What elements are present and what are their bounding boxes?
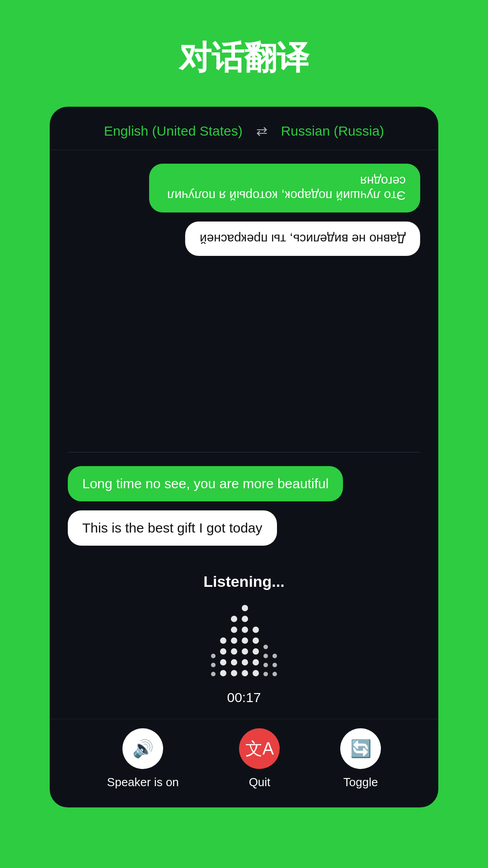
quit-label: Quit (249, 775, 271, 789)
lang-right[interactable]: Russian (Russia) (281, 123, 384, 139)
timer: 00:17 (227, 690, 261, 705)
bubble-green: Long time no see, you are more beautiful (68, 466, 343, 501)
main-card: English (United States) ⇄ Russian (Russi… (50, 107, 438, 807)
translate-icon: 文A (245, 737, 274, 760)
bubble-white: This is the best gift I got today (68, 510, 277, 546)
speaker-control: 🔊 Speaker is on (107, 728, 179, 789)
listening-label: Listening... (203, 573, 284, 590)
app-title: 对话翻译 (179, 36, 309, 80)
speaker-label: Speaker is on (107, 775, 179, 789)
listening-section: Listening... (50, 559, 438, 719)
chat-area-top: Это лучший подарок, который я получил се… (50, 150, 438, 452)
quit-button[interactable]: 文A (239, 728, 280, 769)
toggle-icon: 🔄 (350, 739, 371, 759)
toggle-control: 🔄 Toggle (340, 728, 381, 789)
toggle-button[interactable]: 🔄 (340, 728, 381, 769)
lang-left[interactable]: English (United States) (104, 123, 243, 139)
toggle-label: Toggle (343, 775, 378, 789)
waveform (211, 604, 277, 676)
speaker-button[interactable]: 🔊 (122, 728, 163, 769)
flipped-bubble-white: Давно не виделись, ты прекрасней (185, 222, 420, 256)
bottom-controls: 🔊 Speaker is on 文A Quit 🔄 Toggle (50, 719, 438, 807)
speaker-icon: 🔊 (132, 739, 154, 759)
swap-icon[interactable]: ⇄ (256, 123, 267, 139)
chat-area-bottom: Long time no see, you are more beautiful… (50, 453, 438, 559)
flipped-bubble-green: Это лучший подарок, который я получил се… (149, 164, 420, 212)
lang-header: English (United States) ⇄ Russian (Russi… (50, 107, 438, 150)
quit-control: 文A Quit (239, 728, 280, 789)
